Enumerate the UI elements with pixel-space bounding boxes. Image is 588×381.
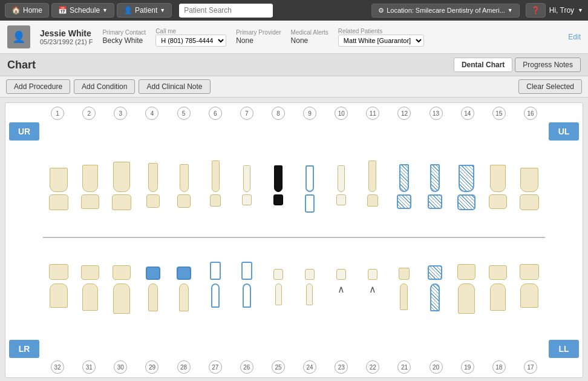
tooth-21-crown[interactable] [391, 268, 417, 280]
call-me-select[interactable]: H (801) 785-4444 [155, 35, 226, 47]
tooth-num-1[interactable]: 1 [44, 107, 72, 120]
tooth-12-crown[interactable] [391, 194, 417, 209]
tooth-10-crown[interactable] [328, 194, 354, 205]
search-input[interactable] [179, 4, 273, 17]
tooth-19-crown[interactable] [453, 264, 480, 280]
tooth-30-root[interactable] [108, 283, 135, 314]
tooth-12[interactable] [391, 164, 417, 192]
tooth-20-root[interactable] [422, 283, 448, 311]
tooth-18-crown[interactable] [485, 265, 511, 280]
edit-patient-link[interactable]: Edit [568, 33, 581, 41]
tooth-3-crown[interactable] [108, 194, 135, 210]
patient-button[interactable]: 👤 Patient ▼ [117, 3, 172, 18]
tooth-27-root[interactable] [202, 283, 229, 308]
tooth-8[interactable] [265, 165, 292, 192]
schedule-button[interactable]: 📅 Schedule ▼ [51, 3, 114, 18]
tooth-4[interactable] [140, 163, 166, 192]
tooth-17-root[interactable] [516, 283, 543, 308]
tooth-num-32[interactable]: 32 [44, 360, 72, 374]
tooth-11-crown[interactable] [359, 194, 386, 207]
tooth-num-9[interactable]: 9 [296, 107, 324, 120]
tooth-num-8[interactable]: 8 [264, 107, 292, 120]
tooth-9[interactable] [296, 165, 323, 192]
tooth-25-root[interactable] [265, 283, 292, 305]
tab-progress-notes[interactable]: Progress Notes [515, 58, 581, 72]
tooth-30-crown[interactable] [108, 265, 135, 280]
tooth-5-crown[interactable] [171, 194, 197, 208]
tooth-27-crown[interactable] [202, 262, 229, 280]
tooth-num-16[interactable]: 16 [516, 107, 544, 120]
tooth-29-crown[interactable] [140, 267, 166, 280]
tooth-15-crown[interactable] [485, 194, 511, 209]
tooth-num-12[interactable]: 12 [390, 107, 419, 120]
tooth-6[interactable] [202, 161, 229, 192]
tooth-24-root[interactable] [296, 283, 323, 305]
clear-selected-button[interactable]: Clear Selected [518, 79, 582, 94]
tooth-7[interactable] [234, 165, 260, 192]
tooth-19-root[interactable] [453, 283, 480, 314]
tooth-num-4[interactable]: 4 [138, 107, 166, 120]
tooth-9-crown[interactable] [296, 194, 323, 213]
tooth-17-crown[interactable] [516, 264, 543, 280]
help-button[interactable]: ❓ [526, 3, 546, 18]
patient-search-bar[interactable]: 👤 [179, 4, 273, 18]
tooth-num-30[interactable]: 30 [106, 360, 135, 374]
location-button[interactable]: ⚙ Location: Smilecare Dentistry of Ameri… [371, 4, 520, 18]
tooth-1-crown[interactable] [45, 194, 72, 210]
add-procedure-button[interactable]: Add Procedure [6, 79, 70, 94]
tooth-num-6[interactable]: 6 [201, 107, 229, 120]
tooth-32-crown[interactable] [45, 264, 72, 280]
tooth-25-crown[interactable] [265, 269, 292, 280]
tooth-16[interactable] [516, 168, 543, 192]
tooth-num-27[interactable]: 27 [201, 360, 229, 374]
tooth-26-root[interactable] [234, 283, 260, 308]
tooth-num-26[interactable]: 26 [232, 360, 261, 374]
tooth-num-24[interactable]: 24 [296, 360, 324, 374]
tooth-1[interactable] [45, 168, 72, 192]
add-condition-button[interactable]: Add Condition [74, 79, 135, 94]
tooth-num-29[interactable]: 29 [138, 360, 166, 374]
tab-dental-chart[interactable]: Dental Chart [454, 58, 512, 72]
tooth-23-root[interactable]: ∧ [328, 283, 354, 295]
tooth-13[interactable] [422, 164, 448, 192]
home-button[interactable]: 🏠 Home [5, 3, 49, 18]
tooth-num-3[interactable]: 3 [106, 107, 135, 120]
tooth-3[interactable] [108, 162, 135, 192]
tooth-10[interactable] [328, 165, 354, 192]
tooth-28-root[interactable] [171, 283, 197, 311]
tooth-num-14[interactable]: 14 [453, 107, 482, 120]
tooth-num-18[interactable]: 18 [485, 360, 513, 374]
tooth-num-23[interactable]: 23 [327, 360, 356, 374]
tooth-28-crown[interactable] [171, 267, 197, 280]
tooth-23-crown[interactable] [328, 269, 354, 280]
tooth-18-root[interactable] [485, 283, 511, 311]
tooth-14[interactable] [453, 165, 480, 192]
tooth-24-crown[interactable] [296, 269, 323, 280]
tooth-13-crown[interactable] [422, 194, 448, 209]
tooth-num-17[interactable]: 17 [516, 360, 544, 374]
tooth-32-root[interactable] [45, 283, 72, 308]
tooth-5[interactable] [171, 164, 197, 192]
tooth-2[interactable] [77, 165, 103, 192]
tooth-num-25[interactable]: 25 [264, 360, 292, 374]
tooth-num-5[interactable]: 5 [169, 107, 198, 120]
tooth-4-crown[interactable] [140, 194, 166, 208]
tooth-20-crown[interactable] [422, 265, 448, 280]
tooth-num-19[interactable]: 19 [453, 360, 482, 374]
tooth-14-crown[interactable] [453, 194, 480, 210]
tooth-16-crown[interactable] [516, 194, 543, 210]
tooth-num-31[interactable]: 31 [75, 360, 103, 374]
tooth-22-root[interactable]: ∧ [359, 283, 386, 295]
tooth-11[interactable] [359, 161, 386, 192]
tooth-2-crown[interactable] [77, 194, 103, 209]
tooth-29-root[interactable] [140, 283, 166, 311]
tooth-8-crown[interactable] [265, 194, 292, 205]
add-clinical-note-button[interactable]: Add Clinical Note [139, 79, 210, 94]
tooth-num-2[interactable]: 2 [75, 107, 103, 120]
tooth-6-crown[interactable] [202, 194, 229, 207]
tooth-num-13[interactable]: 13 [422, 107, 450, 120]
tooth-26-crown[interactable] [234, 262, 260, 280]
tooth-31-root[interactable] [77, 283, 103, 311]
tooth-num-7[interactable]: 7 [232, 107, 261, 120]
tooth-num-21[interactable]: 21 [390, 360, 419, 374]
